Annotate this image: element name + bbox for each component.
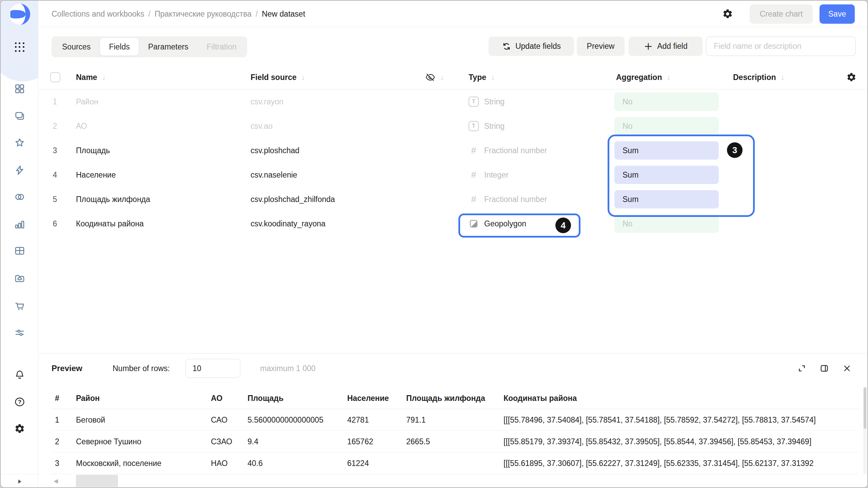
refresh-icon bbox=[502, 42, 511, 51]
column-label: Aggregation bbox=[616, 73, 662, 82]
field-name[interactable]: АО bbox=[76, 114, 87, 138]
field-type-label: Fractional number bbox=[484, 146, 547, 155]
column-header-field-source: Field source ↓ bbox=[251, 65, 305, 89]
preview-row: 1БеговойСАО5.560000000000000542781791.1[… bbox=[39, 409, 863, 431]
preview-cell: САО bbox=[211, 409, 228, 431]
expand-preview-icon[interactable] bbox=[797, 364, 807, 373]
field-source[interactable]: csv.koodinaty_rayona bbox=[251, 211, 326, 236]
sort-icon[interactable]: ↓ bbox=[440, 73, 444, 82]
field-source[interactable]: csv.rayon bbox=[251, 89, 283, 114]
field-name[interactable]: Население bbox=[76, 163, 116, 187]
field-name[interactable]: Площадь жилфонда bbox=[76, 187, 150, 211]
table-settings-gear-icon[interactable] bbox=[846, 72, 856, 82]
field-type-select[interactable]: TString bbox=[469, 89, 505, 114]
tab-filtration[interactable]: Filtration bbox=[198, 38, 245, 56]
sidebar-item-services[interactable] bbox=[14, 327, 26, 339]
preview-column-header: Население bbox=[347, 387, 389, 409]
save-button[interactable]: Save bbox=[820, 4, 855, 24]
field-type-select[interactable]: #Fractional number bbox=[469, 138, 547, 163]
scroll-left-arrow-icon[interactable]: ◀ bbox=[54, 477, 58, 485]
side-panel-icon[interactable] bbox=[820, 364, 829, 373]
field-type-select[interactable]: #Integer bbox=[469, 163, 509, 187]
create-chart-button[interactable]: Create chart bbox=[750, 4, 813, 24]
field-source[interactable]: csv.naselenie bbox=[251, 163, 297, 187]
sidebar-expand-icon[interactable] bbox=[17, 479, 23, 485]
number-type-icon: # bbox=[469, 170, 479, 180]
annotation-badge-4: 4 bbox=[555, 218, 571, 233]
field-source[interactable]: csv.ao bbox=[251, 114, 273, 138]
dataset-tabs: Sources Fields Parameters Filtration bbox=[52, 36, 247, 57]
sidebar-item-collections[interactable] bbox=[14, 110, 26, 122]
field-source[interactable]: csv.ploshchad bbox=[251, 138, 299, 163]
field-row-number: 4 bbox=[49, 163, 61, 187]
preview-cell: 61224 bbox=[347, 452, 369, 474]
tab-sources[interactable]: Sources bbox=[53, 38, 99, 56]
datalens-dataset-editor: ? Collections and workbooks / Практическ… bbox=[0, 0, 868, 488]
number-of-rows-input[interactable] bbox=[185, 359, 240, 378]
add-field-button[interactable]: Add field bbox=[629, 37, 703, 56]
field-type-select[interactable]: TString bbox=[469, 114, 505, 138]
breadcrumb-workbook[interactable]: Практические руководства bbox=[155, 9, 252, 19]
preview-cell: 791.1 bbox=[406, 409, 426, 431]
top-bar: Collections and workbooks / Практические… bbox=[39, 1, 868, 27]
preview-cell: 2 bbox=[55, 431, 59, 452]
preview-cell: 2665.5 bbox=[406, 431, 430, 452]
fields-table: Name ↓ Field source ↓ ↓ Type ↓ Aggreg bbox=[39, 65, 868, 353]
tab-parameters[interactable]: Parameters bbox=[139, 38, 197, 56]
column-label: Field source bbox=[251, 73, 296, 82]
sidebar-item-editor[interactable] bbox=[14, 245, 26, 257]
tab-fields[interactable]: Fields bbox=[100, 38, 138, 56]
string-type-icon: T bbox=[469, 97, 479, 107]
field-name[interactable]: Коодинаты района bbox=[76, 211, 144, 236]
sidebar-item-charts[interactable] bbox=[14, 218, 26, 230]
column-header-name: Name ↓ bbox=[76, 65, 106, 89]
help-icon[interactable]: ? bbox=[14, 396, 26, 408]
preview-cell: НАО bbox=[211, 452, 228, 474]
breadcrumb: Collections and workbooks / Практические… bbox=[52, 1, 305, 27]
aggregation-select[interactable]: No bbox=[614, 117, 719, 135]
horizontal-scroll-thumb[interactable] bbox=[76, 475, 118, 487]
preview-column-header: Коодинаты района bbox=[504, 387, 577, 409]
sidebar-item-marketplace[interactable] bbox=[14, 300, 26, 312]
dataset-settings-gear-icon[interactable] bbox=[722, 8, 733, 19]
breadcrumb-current: New dataset bbox=[262, 9, 305, 19]
sort-icon[interactable]: ↓ bbox=[102, 73, 106, 82]
preview-cell: 9.4 bbox=[248, 431, 258, 452]
add-field-label: Add field bbox=[657, 42, 688, 51]
field-name[interactable]: Район bbox=[76, 89, 98, 114]
breadcrumb-collections[interactable]: Collections and workbooks bbox=[52, 9, 144, 19]
sort-icon[interactable]: ↓ bbox=[491, 73, 495, 82]
field-search-input[interactable] bbox=[706, 37, 856, 56]
preview-button[interactable]: Preview bbox=[577, 37, 625, 56]
aggregation-select[interactable]: No bbox=[614, 93, 719, 111]
sidebar-item-connections[interactable] bbox=[14, 164, 26, 176]
notifications-bell-icon[interactable] bbox=[14, 369, 26, 381]
vertical-scroll-thumb[interactable] bbox=[864, 387, 866, 429]
sort-icon[interactable]: ↓ bbox=[781, 73, 785, 82]
preview-panel: Preview Number of rows: maximum 1 000 #Р… bbox=[39, 353, 868, 488]
eye-off-icon[interactable] bbox=[425, 72, 435, 82]
select-all-checkbox[interactable] bbox=[50, 72, 60, 82]
field-name[interactable]: Площадь bbox=[76, 138, 110, 163]
preview-cell: 3 bbox=[55, 452, 59, 474]
field-row-number: 3 bbox=[49, 138, 61, 163]
field-type-select[interactable]: #Fractional number bbox=[469, 187, 547, 211]
update-fields-button[interactable]: Update fields bbox=[489, 37, 574, 56]
preview-cell: 165762 bbox=[347, 431, 373, 452]
sort-icon[interactable]: ↓ bbox=[301, 73, 305, 82]
datalens-logo[interactable] bbox=[8, 3, 31, 24]
sidebar-item-favorites[interactable] bbox=[14, 137, 26, 149]
sidebar-item-storage[interactable] bbox=[14, 272, 26, 285]
preview-cell: [[[55.61895, 37.30607], [55.62227, 37.31… bbox=[504, 452, 813, 474]
aggregation-select[interactable]: No bbox=[614, 215, 719, 233]
sidebar-item-dashboards[interactable] bbox=[14, 83, 26, 95]
sidebar-item-datasets[interactable] bbox=[14, 191, 26, 203]
sort-icon[interactable]: ↓ bbox=[667, 73, 671, 82]
close-preview-icon[interactable] bbox=[842, 364, 852, 373]
settings-gear-icon[interactable] bbox=[14, 423, 26, 435]
field-source[interactable]: csv.ploshchad_zhilfonda bbox=[251, 187, 335, 211]
preview-column-header: Площадь bbox=[248, 387, 283, 409]
number-type-icon: # bbox=[469, 145, 479, 156]
number-type-icon: # bbox=[469, 194, 479, 204]
apps-grid-icon[interactable] bbox=[15, 42, 24, 52]
